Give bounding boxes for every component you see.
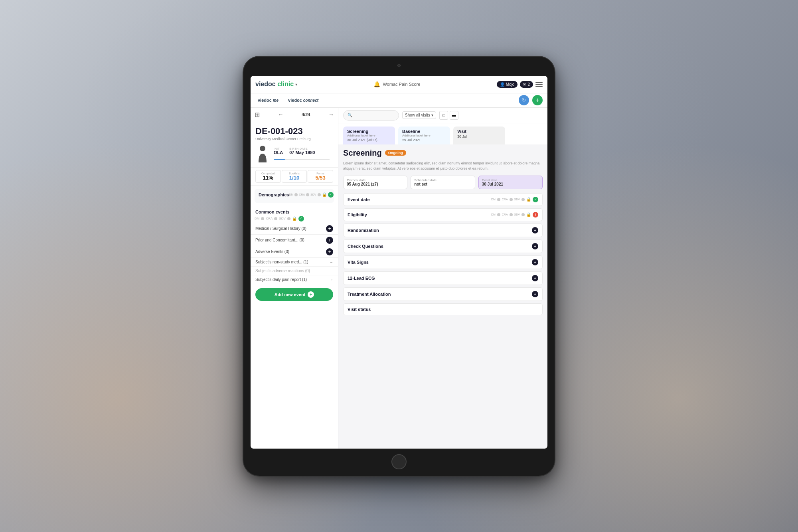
scheduled-date-value: not set [414,182,471,186]
user-icon: 👤 [500,82,505,87]
ed-dm-dot [497,198,500,201]
vita-signs-item-header: Vita Signs + [344,256,542,269]
down-arrow-icon: ▾ [431,113,433,117]
add-event-plus-icon: + [308,291,314,298]
patient-avatar [255,144,270,163]
screening-description: Lorem ipsum dolor sit amet, consetetur s… [343,161,543,172]
logo-text: viedoc clinic [255,81,294,88]
viedoc-connect-tab[interactable]: viedoc connect [286,97,321,103]
tablet: viedoc clinic ▾ 🔔 Womac Pain Score 👤 Moj… [243,57,555,476]
add-event-button[interactable]: Add new event + [255,288,333,301]
ce-cra-label: CRA [266,217,273,220]
cra-label: CRA [299,193,305,196]
main-content: ⊞ ← 4/24 → DE-001-023 University Medical… [251,108,547,449]
check-questions-form-item[interactable]: Check Questions + [343,239,543,253]
event-row-adverse[interactable]: Adverse Events (0) + [251,246,338,258]
el-dm-dot [497,213,500,216]
add-ecg-button[interactable]: + [532,275,538,281]
eligibility-item-header: Eligibility DM CRA SDV 🔒 ! [344,209,542,221]
el-dm-label: DM [491,213,496,216]
baseline-tab[interactable]: Baseline Additonal label here 29 Jul 202… [398,127,450,144]
screening-tab[interactable]: Screening Additonal label here 30 Jul 20… [343,127,395,144]
add-medical-button[interactable]: + [326,225,333,232]
check-circle: ✓ [328,192,334,198]
forms-stat: Forms 5/53 [308,170,333,183]
logo-area[interactable]: viedoc clinic ▾ [255,81,297,88]
randomization-form-item[interactable]: Randomization + [343,223,543,237]
ed-cra-dot [510,198,513,201]
grid-icon[interactable]: ⊞ [255,111,260,119]
add-prior-button[interactable]: + [326,237,333,244]
grid-view-button[interactable]: ▭ [439,111,448,120]
bell-icon: 🔔 [373,81,380,87]
view-toggle: ▭ ▬ [439,111,458,120]
nav-forward-arrow[interactable]: → [328,111,334,118]
add-treatment-button[interactable]: + [532,291,538,297]
lock-icon: 🔒 [322,192,327,197]
booklets-value: 1/10 [284,175,305,181]
vita-signs-item-icons: + [532,259,538,265]
hamburger-menu[interactable] [535,82,543,87]
user-label: Mojo [506,82,515,87]
arrow-nonstudy-icon: → [329,260,333,264]
screening-header: Screening Ongoing [343,148,543,158]
tablet-camera [397,64,401,67]
eligibility-item-title: Eligibility [348,212,367,217]
sync-button[interactable]: ↻ [519,95,529,105]
progress-bar-fill [274,159,285,160]
ecg-form-item[interactable]: 12-Lead ECG + [343,271,543,285]
event-name-prior: Prior and Concomitant... (0) [255,238,304,242]
list-view-button[interactable]: ▬ [450,111,458,120]
user-pill[interactable]: 👤 Mojo [497,81,518,88]
treatment-item-header: Treatment Allocation + [344,288,542,301]
ed-dm-label: DM [491,198,496,201]
vita-signs-form-item[interactable]: Vita Signs + [343,255,543,269]
meta-row: INIT OLA BIRTH DATE 07 May 1980 [274,147,330,155]
add-button[interactable]: + [532,95,543,105]
nav-bar: ⊞ ← 4/24 → [251,108,338,122]
notification-badge[interactable]: ✉ 2 [520,81,533,88]
patient-id: DE-001-023 [255,126,333,136]
add-vita-signs-button[interactable]: + [532,259,538,265]
ongoing-badge: Ongoing [385,150,406,156]
eligibility-item-icons: DM CRA SDV 🔒 ! [491,212,538,218]
eligibility-form-item[interactable]: Eligibility DM CRA SDV 🔒 ! [343,208,543,221]
event-row-medical[interactable]: Medical / Surgical History (0) + [251,223,338,235]
show-all-visits-button[interactable]: Show all visits ▾ [402,111,436,119]
dm-dot [294,193,298,196]
common-events-roles: DM CRA SDV 🔒 ✓ [251,216,338,223]
ecg-item-title: 12-Lead ECG [348,276,375,281]
viedoc-me-tab[interactable]: viedoc me [255,97,281,103]
baseline-tab-date: 29 Jul 2021 [402,138,446,142]
birthdate-value: 07 May 1980 [289,150,315,155]
nav-back-arrow[interactable]: ← [278,111,284,118]
add-adverse-button[interactable]: + [326,248,333,255]
nav-counter: 4/24 [302,112,310,117]
treatment-form-item[interactable]: Treatment Allocation + [343,287,543,301]
init-value: OLA [274,150,283,155]
add-check-questions-button[interactable]: + [532,243,538,249]
event-date-form-item[interactable]: Event date DM CRA SDV 🔒 ✓ [343,193,543,206]
init-label: INIT [274,147,283,150]
search-box[interactable]: 🔍 [343,110,399,121]
visit-tab-date: 30 Jul [457,134,501,138]
event-row-pain[interactable]: Subject's daily pain report (1) → [251,275,338,284]
randomization-item-header: Randomization + [344,224,542,237]
vita-signs-item-title: Vita Signs [348,260,369,265]
visit-status-item-title: Visit status [348,307,371,312]
visit-status-form-item[interactable]: Visit status [343,303,543,315]
avatar-svg [257,145,268,162]
visit-tab[interactable]: Visit 30 Jul [453,127,505,144]
tablet-home-button[interactable] [391,454,407,469]
logo-chevron-icon: ▾ [295,82,297,87]
svg-point-0 [260,146,265,151]
show-all-label: Show all visits [405,113,430,117]
sub-bar: viedoc me viedoc connect ↻ + [251,93,547,108]
event-row-nonstudy[interactable]: Subject's non-study med... (1) → [251,258,338,267]
el-sdv-dot [521,213,525,216]
add-randomization-button[interactable]: + [532,227,538,233]
booklets-stat: Booklets 1/10 [282,170,307,183]
event-row-prior[interactable]: Prior and Concomitant... (0) + [251,235,338,246]
notification-area: 🔔 Womac Pain Score [373,81,420,87]
demographics-title: Demographics [259,192,289,197]
